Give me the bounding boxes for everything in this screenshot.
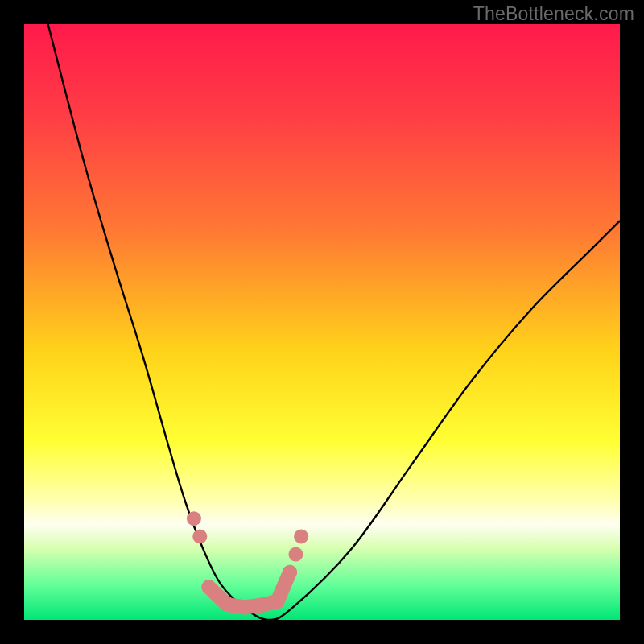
marker-dot [201, 580, 216, 594]
marker-dots [187, 511, 308, 614]
watermark-text: TheBottleneck.com [473, 3, 634, 25]
bottleneck-curve [48, 24, 620, 620]
chart-frame: TheBottleneck.com [0, 0, 644, 644]
marker-dot [270, 594, 285, 609]
marker-dot [220, 597, 234, 612]
plot-area [24, 24, 620, 620]
marker-dot [283, 565, 297, 580]
marker-dot [255, 598, 270, 613]
marker-dot [192, 529, 207, 543]
marker-dot [294, 529, 308, 543]
marker-dot [237, 600, 252, 614]
marker-dot [288, 547, 303, 562]
curve-layer [24, 24, 620, 620]
marker-dot [187, 511, 201, 526]
